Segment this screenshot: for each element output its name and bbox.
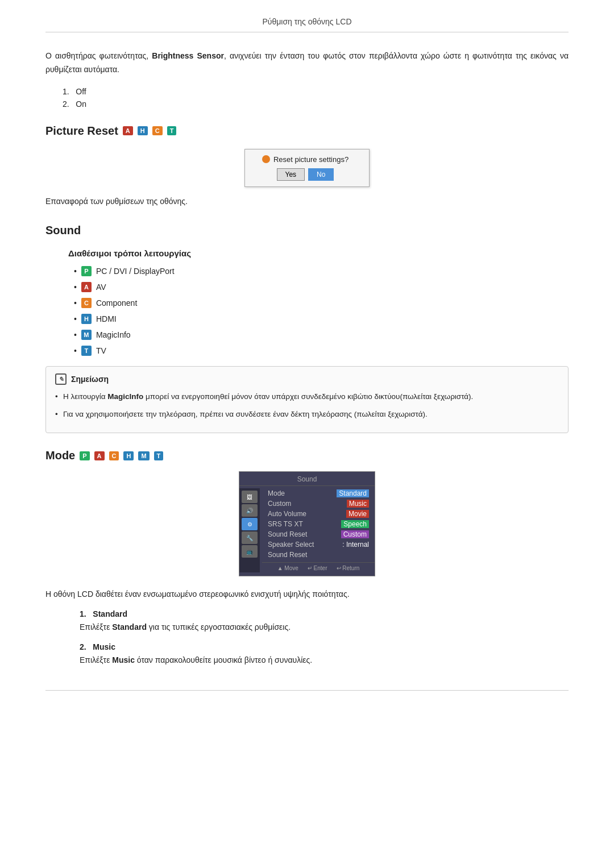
- osd-icon-5: 📺: [242, 545, 258, 558]
- osd-label-srs: SRS TS XT: [268, 520, 303, 528]
- osd-footer-move: ▲ Move: [277, 565, 298, 571]
- mode-av-label: AV: [96, 283, 106, 292]
- osd-row-autovolume: Auto Volume Movie: [262, 509, 375, 519]
- icon-P: P: [81, 266, 92, 276]
- page-title: Ρύθμιση της οθόνης LCD: [262, 17, 351, 26]
- osd-icon-1: 🖼: [242, 491, 258, 503]
- osd-icon-3: ⚙: [242, 518, 258, 530]
- picture-reset-heading: Picture Reset A H C T: [45, 124, 569, 138]
- mode-item-standard-title: 1. Standard: [80, 609, 569, 618]
- mode-item-music-title: 2. Music: [80, 642, 569, 651]
- osd-container: 🖼 🔊 ⚙ 🔧 📺 Mode Standard Custom Music: [239, 488, 375, 572]
- mode-component-label: Component: [96, 298, 137, 308]
- note-item-1: Η λειτουργία MagicInfo μπορεί να ενεργοπ…: [55, 391, 559, 404]
- osd-val-soundreset1: Custom: [341, 530, 369, 538]
- note-title: ✎ Σημείωση: [55, 373, 559, 385]
- osd-footer-enter: ↵ Enter: [308, 565, 327, 571]
- osd-title: Sound: [239, 475, 375, 486]
- brightness-option-2: 2. On: [63, 99, 569, 109]
- mode-badge-C: C: [109, 451, 119, 460]
- osd-row-soundreset1: Sound Reset Custom: [262, 529, 375, 539]
- page-header: Ρύθμιση της οθόνης LCD: [45, 17, 569, 32]
- mode-badge-P: P: [80, 451, 89, 460]
- dialog-title-row: Reset picture settings?: [262, 155, 349, 164]
- mode-numbered-items: 1. Standard Επιλέξτε Standard για τις τυ…: [80, 609, 569, 667]
- note-label: Σημείωση: [71, 375, 109, 384]
- osd-wrapper: Sound 🖼 🔊 ⚙ 🔧 📺 Mode Standard: [45, 471, 569, 576]
- icon-T: T: [81, 346, 92, 356]
- osd-row-srs: SRS TS XT Speech: [262, 519, 375, 529]
- dialog-question: Reset picture settings?: [273, 155, 349, 164]
- osd-mockup: Sound 🖼 🔊 ⚙ 🔧 📺 Mode Standard: [239, 471, 375, 576]
- mode-description: Η οθόνη LCD διαθέτει έναν ενσωματωμένο σ…: [45, 588, 569, 601]
- osd-row-soundreset2: Sound Reset: [262, 550, 375, 560]
- mode-badge-T: T: [154, 451, 164, 460]
- mode-badge-M: M: [138, 451, 149, 460]
- mode-badge-H: H: [123, 451, 134, 460]
- mode-heading: Mode P A C H M T: [45, 449, 569, 462]
- mode-tv: • T TV: [74, 346, 569, 356]
- mode-magicinfo: • M MagicInfo: [74, 330, 569, 340]
- sound-mode-list: • P PC / DVI / DisplayPort • A AV • C Co…: [74, 266, 569, 356]
- osd-label-soundreset2: Sound Reset: [268, 551, 307, 559]
- dialog-no-button[interactable]: No: [308, 168, 334, 181]
- icon-M: M: [81, 330, 92, 340]
- osd-footer: ▲ Move ↵ Enter ↩ Return: [262, 562, 375, 572]
- badge-H: H: [138, 126, 148, 135]
- icon-A: A: [81, 282, 92, 292]
- sound-subheading: Διαθέσιμοι τρόποι λειτουργίας: [68, 248, 569, 258]
- osd-footer-return: ↩ Return: [337, 565, 360, 571]
- brightness-option-1: 1. Off: [63, 87, 569, 96]
- sound-heading: Sound: [45, 224, 569, 237]
- note-icon: ✎: [55, 373, 67, 385]
- intro-text: Ο αισθητήρας φωτεινότητας, Brightness Se…: [45, 49, 569, 77]
- osd-val-mode: Standard: [337, 489, 369, 497]
- picture-reset-description: Επαναφορά των ρυθμίσεων της οθόνης.: [45, 195, 569, 209]
- osd-val-speaker: : Internal: [342, 541, 369, 549]
- osd-row-custom: Custom Music: [262, 499, 375, 509]
- osd-label-custom: Custom: [268, 500, 291, 508]
- osd-icon-2: 🔊: [242, 504, 258, 517]
- icon-C: C: [81, 298, 92, 308]
- osd-label-speaker: Speaker Select: [268, 541, 314, 549]
- mode-item-music-desc: Επιλέξτε Music όταν παρακολουθείτε μουσι…: [80, 654, 569, 667]
- osd-icon-4: 🔧: [242, 531, 258, 544]
- sound-label: Sound: [45, 224, 81, 237]
- osd-label-autovolume: Auto Volume: [268, 510, 306, 518]
- badge-C: C: [152, 126, 163, 135]
- mode-magicinfo-label: MagicInfo: [96, 330, 131, 339]
- page-container: Ρύθμιση της οθόνης LCD Ο αισθητήρας φωτε…: [0, 0, 614, 713]
- osd-row-mode: Mode Standard: [262, 488, 375, 499]
- dialog-yes-button[interactable]: Yes: [277, 168, 305, 181]
- mode-badge-A: A: [94, 451, 105, 460]
- osd-val-autovolume: Movie: [346, 510, 369, 518]
- picture-reset-dialog-wrapper: Reset picture settings? Yes No: [45, 149, 569, 187]
- osd-label-mode: Mode: [268, 489, 285, 497]
- osd-left-icons: 🖼 🔊 ⚙ 🔧 📺: [239, 488, 260, 572]
- dialog-warning-icon: [262, 155, 270, 163]
- mode-item-music: 2. Music Επιλέξτε Music όταν παρακολουθε…: [80, 642, 569, 667]
- mode-item-standard-desc: Επιλέξτε Standard για τις τυπικές εργοστ…: [80, 621, 569, 634]
- mode-hdmi: • H HDMI: [74, 314, 569, 324]
- osd-label-soundreset1: Sound Reset: [268, 530, 307, 538]
- mode-hdmi-label: HDMI: [96, 314, 117, 323]
- osd-val-custom: Music: [347, 500, 369, 508]
- badge-A: A: [123, 126, 133, 135]
- mode-pc-label: PC / DVI / DisplayPort: [96, 267, 175, 276]
- osd-row-speaker: Speaker Select : Internal: [262, 539, 375, 550]
- mode-tv-label: TV: [96, 346, 106, 355]
- note-box: ✎ Σημείωση Η λειτουργία MagicInfo μπορεί…: [45, 366, 569, 433]
- osd-main: Mode Standard Custom Music Auto Volume M…: [262, 488, 375, 572]
- picture-reset-dialog: Reset picture settings? Yes No: [244, 149, 370, 187]
- mode-av: • A AV: [74, 282, 569, 292]
- note-item-2: Για να χρησιμοποιήσετε την τηλεόραση, πρ…: [55, 408, 559, 421]
- mode-pc: • P PC / DVI / DisplayPort: [74, 266, 569, 276]
- mode-item-standard: 1. Standard Επιλέξτε Standard για τις τυ…: [80, 609, 569, 634]
- dialog-buttons: Yes No: [277, 168, 334, 181]
- picture-reset-label: Picture Reset: [45, 124, 118, 138]
- badge-T: T: [167, 126, 177, 135]
- icon-H: H: [81, 314, 92, 324]
- mode-label: Mode: [45, 449, 75, 462]
- osd-val-srs: Speech: [341, 520, 369, 528]
- bottom-divider: [45, 690, 569, 691]
